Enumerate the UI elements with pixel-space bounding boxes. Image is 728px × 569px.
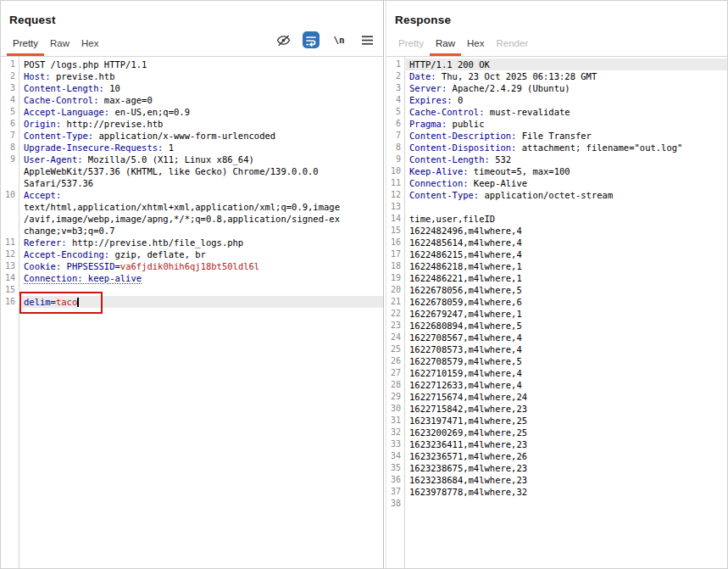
code-line[interactable]: Accept-Language: en-US,en;q=0.9 xyxy=(19,106,383,118)
code-line[interactable]: Date: Thu, 23 Oct 2025 06:13:28 GMT xyxy=(404,70,727,82)
code-line[interactable]: Content-Type: application/x-www-form-url… xyxy=(19,130,383,142)
code-line[interactable]: 1622708573,m4lwhere,4 xyxy=(404,343,727,355)
code-line[interactable]: AppleWebKit/537.36 (KHTML, like Gecko) C… xyxy=(19,165,383,177)
code-line[interactable]: 1623236411,m4lwhere,23 xyxy=(404,438,727,450)
editor-row: AppleWebKit/537.36 (KHTML, like Gecko) C… xyxy=(1,165,383,177)
editor-row: 4Expires: 0 xyxy=(386,94,727,106)
code-line[interactable]: 1623238675,m4lwhere,23 xyxy=(404,462,727,474)
code-line[interactable]: delim=taco xyxy=(19,296,383,308)
hide-response-eye-slash-icon[interactable] xyxy=(275,31,292,48)
code-line[interactable]: 1622486221,m4lwhere,1 xyxy=(404,272,727,284)
code-line[interactable]: 1622482496,m4lwhere,4 xyxy=(404,225,727,237)
editor-row: 3Content-Length: 10 xyxy=(1,82,383,94)
code-line[interactable]: 1622708579,m4lwhere,5 xyxy=(404,355,727,367)
code-line[interactable]: User-Agent: Mozilla/5.0 (X11; Linux x86_… xyxy=(19,153,383,165)
request-tab-pretty[interactable]: Pretty xyxy=(7,34,44,56)
code-line[interactable]: Content-Type: application/octet-stream xyxy=(404,189,727,201)
line-number: 21 xyxy=(386,296,404,308)
code-line[interactable]: Upgrade-Insecure-Requests: 1 xyxy=(19,142,383,153)
code-segment: change;v=b3;q=0.7 xyxy=(24,226,114,236)
code-line[interactable]: Pragma: public xyxy=(404,118,727,130)
code-line[interactable]: 1623236571,m4lwhere,26 xyxy=(404,450,727,462)
response-editor[interactable]: 1HTTP/1.1 200 OK2Date: Thu, 23 Oct 2025 … xyxy=(386,57,727,568)
code-line[interactable]: 1622715674,m4lwhere,24 xyxy=(404,391,727,403)
code-line[interactable]: Cookie: PHPSESSID=va6fjdik0hih6qj18bt50l… xyxy=(19,260,383,272)
editor-row: 1POST /logs.php HTTP/1.1 xyxy=(1,59,383,70)
code-line[interactable]: Keep-Alive: timeout=5, max=100 xyxy=(404,165,727,177)
response-tab-pretty: Pretty xyxy=(392,34,430,56)
code-segment: 1622482496,m4lwhere,4 xyxy=(409,226,522,236)
code-segment: application/octet-stream xyxy=(479,190,613,200)
line-number: 16 xyxy=(1,296,19,308)
code-line[interactable]: 1622678059,m4lwhere,6 xyxy=(404,296,727,308)
response-tab-raw[interactable]: Raw xyxy=(430,34,461,56)
code-line[interactable]: 1623978778,m4lwhere,32 xyxy=(404,486,727,498)
code-line[interactable]: Host: previse.htb xyxy=(19,70,383,82)
code-segment: 1622678056,m4lwhere,5 xyxy=(409,285,522,295)
code-line[interactable]: POST /logs.php HTTP/1.1 xyxy=(19,59,383,70)
code-line[interactable]: 1622678056,m4lwhere,5 xyxy=(404,284,727,296)
code-line[interactable]: 1622715842,m4lwhere,23 xyxy=(404,403,727,415)
line-number: 31 xyxy=(386,415,404,427)
code-line[interactable]: Origin: http://previse.htb xyxy=(19,118,383,130)
line-number: 26 xyxy=(386,355,404,367)
code-line[interactable]: Safari/537.36 xyxy=(19,177,383,189)
code-line[interactable]: 1622486215,m4lwhere,4 xyxy=(404,248,727,260)
request-tab-raw[interactable]: Raw xyxy=(44,34,75,56)
code-line[interactable]: time,user,fileID xyxy=(404,213,727,225)
code-line[interactable]: change;v=b3;q=0.7 xyxy=(19,225,383,237)
response-tab-hex[interactable]: Hex xyxy=(461,34,490,56)
line-number: 9 xyxy=(1,153,19,165)
code-line[interactable]: 1622486218,m4lwhere,1 xyxy=(404,260,727,272)
code-line[interactable]: 1622710159,m4lwhere,4 xyxy=(404,367,727,379)
code-line[interactable]: Server: Apache/2.4.29 (Ubuntu) xyxy=(404,82,727,94)
code-line[interactable]: text/html,application/xhtml+xml,applicat… xyxy=(19,201,383,213)
code-line[interactable]: HTTP/1.1 200 OK xyxy=(404,59,727,70)
code-line[interactable] xyxy=(404,498,727,510)
code-segment: 1623238675,m4lwhere,23 xyxy=(409,463,527,473)
line-number: 7 xyxy=(1,130,19,142)
code-line[interactable]: Cache-Control: must-revalidate xyxy=(404,106,727,118)
code-line[interactable]: Expires: 0 xyxy=(404,94,727,106)
editor-row: 13Cookie: PHPSESSID=va6fjdik0hih6qj18bt5… xyxy=(1,260,383,272)
code-line[interactable] xyxy=(19,284,383,296)
code-line[interactable]: Content-Disposition: attachment; filenam… xyxy=(404,142,727,153)
code-line[interactable]: Content-Description: File Transfer xyxy=(404,130,727,142)
editor-row: 14time,user,fileID xyxy=(386,213,727,225)
line-number: 17 xyxy=(386,248,404,260)
code-line[interactable]: Accept-Encoding: gzip, deflate, br xyxy=(19,248,383,260)
code-line[interactable]: 1622712633,m4lwhere,4 xyxy=(404,379,727,391)
code-line[interactable]: 1623197471,m4lwhere,25 xyxy=(404,415,727,427)
line-number: 30 xyxy=(386,403,404,415)
editor-menu-icon[interactable] xyxy=(358,31,375,48)
code-line[interactable]: Cache-Control: max-age=0 xyxy=(19,94,383,106)
editor-row: Safari/537.36 xyxy=(1,177,383,189)
code-line[interactable]: Referer: http://previse.htb/file_logs.ph… xyxy=(19,237,383,248)
editor-row: 38 xyxy=(386,498,727,510)
code-line[interactable]: 1623200269,m4lwhere,25 xyxy=(404,427,727,438)
line-number xyxy=(1,177,19,189)
editor-row: 5Accept-Language: en-US,en;q=0.9 xyxy=(1,106,383,118)
line-number: 2 xyxy=(386,70,404,82)
code-line[interactable]: Content-Length: 10 xyxy=(19,82,383,94)
code-line[interactable]: 1622680894,m4lwhere,5 xyxy=(404,320,727,332)
code-segment: Keep-Alive xyxy=(469,178,528,188)
code-line[interactable] xyxy=(404,201,727,213)
code-line[interactable]: 1622679247,m4lwhere,1 xyxy=(404,308,727,320)
code-line[interactable]: Connection: Keep-Alive xyxy=(404,177,727,189)
code-segment: Keep-Alive: xyxy=(409,166,469,176)
response-pane: Response PrettyRawHexRender 1HTTP/1.1 20… xyxy=(386,1,727,568)
code-line[interactable]: Connection: keep-alive xyxy=(19,272,383,284)
code-segment: 1623236571,m4lwhere,26 xyxy=(409,451,527,461)
code-line[interactable]: Accept: xyxy=(19,189,383,201)
code-line[interactable]: 1622708567,m4lwhere,4 xyxy=(404,332,727,343)
code-line[interactable]: 1622485614,m4lwhere,4 xyxy=(404,237,727,248)
request-editor[interactable]: 1POST /logs.php HTTP/1.12Host: previse.h… xyxy=(1,57,383,568)
code-line[interactable]: Content-Length: 532 xyxy=(404,153,727,165)
request-tab-hex[interactable]: Hex xyxy=(75,34,104,56)
code-line[interactable]: /avif,image/webp,image/apng,*/*;q=0.8,ap… xyxy=(19,213,383,225)
code-segment: Accept-Language: xyxy=(24,107,109,117)
show-newlines-icon[interactable]: \n xyxy=(331,31,347,48)
word-wrap-icon[interactable] xyxy=(303,31,320,48)
code-line[interactable]: 1623238684,m4lwhere,23 xyxy=(404,474,727,486)
